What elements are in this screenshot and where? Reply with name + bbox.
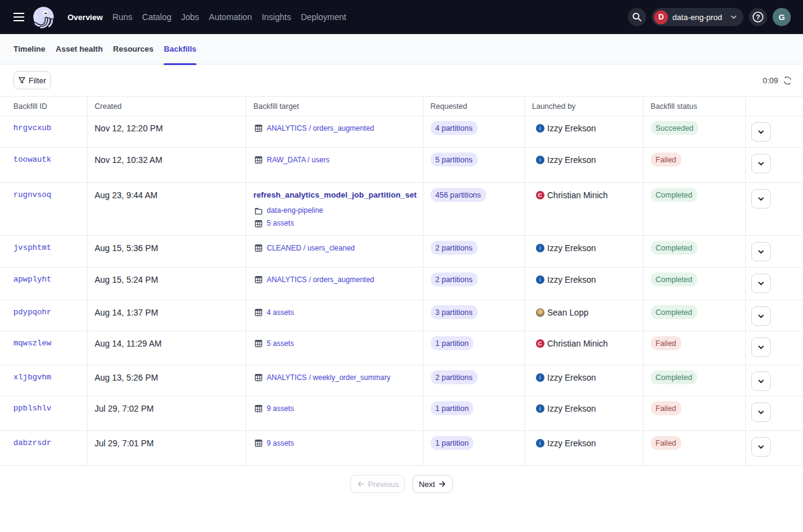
svg-text:?: ? <box>756 13 760 21</box>
